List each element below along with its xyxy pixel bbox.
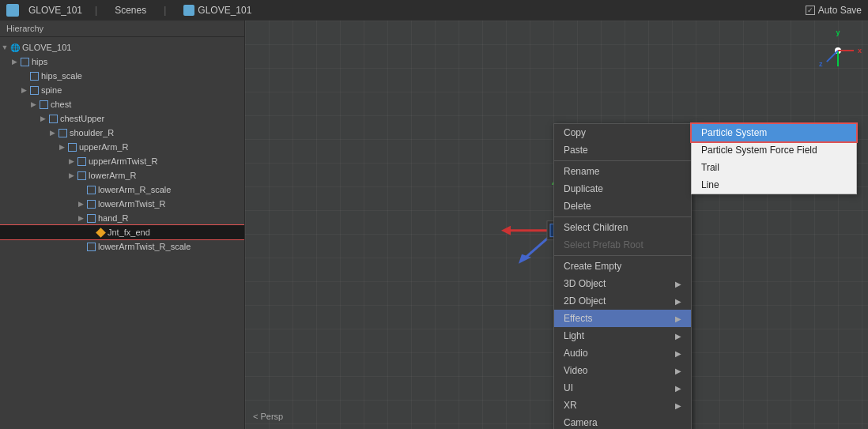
tree-item[interactable]: ▶lowerArm_R (0, 168, 244, 183)
tree-item[interactable]: ▶lowerArmTwist_R (0, 197, 244, 211)
scene-tab[interactable]: GLOVE_101 (179, 0, 256, 21)
tree-item-label: GLOVE_101 (22, 43, 71, 52)
menu-item-3d-object[interactable]: 3D Object▶ (554, 275, 691, 292)
submenu-item-particle-system[interactable]: Particle System (692, 124, 856, 141)
menu-item-label: 3D Object (564, 278, 606, 289)
tree-item-label: upperArm_R (79, 142, 128, 152)
menu-arrow-icon: ▶ (675, 280, 681, 288)
tree-node-icon (76, 156, 87, 167)
tree-item-label: lowerArm_R_scale (98, 185, 171, 194)
tree-node-icon (28, 85, 40, 96)
menu-item-light[interactable]: Light▶ (554, 327, 691, 344)
gizmo-y-label: y (836, 28, 840, 36)
tree-node-icon (28, 70, 40, 81)
tree-item[interactable]: hips_scale (0, 69, 244, 83)
menu-item-effects[interactable]: Effects▶ (554, 310, 691, 327)
tree-node-icon (85, 241, 96, 252)
tree-item-label: chestUpper (60, 114, 104, 123)
menu-item-label: Delete (564, 201, 591, 212)
app-logo (6, 4, 19, 17)
tree-item[interactable]: ▶upperArmTwist_R (0, 154, 244, 168)
tree-item-label: lowerArmTwist_R (98, 199, 166, 209)
tree-item[interactable]: ▶hand_R (0, 211, 244, 225)
tab-separator: | (164, 5, 166, 16)
tree-item[interactable]: ▶hips (0, 55, 244, 69)
submenu-item-label: Particle System Force Field (701, 145, 817, 156)
gizmo-y-axis (837, 51, 839, 66)
submenu-item-line[interactable]: Line (692, 176, 856, 194)
tree-item-label: hand_R (98, 213, 129, 223)
tree-item[interactable]: Jnt_fx_end (0, 225, 244, 239)
tab-icon (183, 5, 194, 16)
tree-item[interactable]: ▶chestUpper (0, 111, 244, 126)
menu-item-label: Rename (564, 166, 599, 177)
tree-arrow-icon: ▶ (76, 214, 85, 222)
tree-item[interactable]: ▶upperArm_R (0, 140, 244, 154)
tree-item[interactable]: ▶spine (0, 83, 244, 97)
menu-item-ui[interactable]: UI▶ (554, 379, 691, 397)
tree-item-label: hips_scale (41, 71, 82, 81)
svg-marker-3 (501, 225, 511, 235)
tree-item[interactable]: ▶chest (0, 97, 244, 111)
tree-item-label: lowerArmTwist_R_scale (98, 242, 191, 251)
menu-item-paste[interactable]: Paste (554, 141, 691, 159)
viewport-gizmo[interactable]: y x z (814, 27, 862, 74)
tree-item[interactable]: ▼🌐GLOVE_101 (0, 40, 244, 55)
tree-node-icon (85, 213, 96, 224)
autosave-label: Auto Save (818, 5, 862, 16)
tree-item-label: Jnt_fx_end (108, 228, 150, 237)
menu-item-xr[interactable]: XR▶ (554, 397, 691, 414)
submenu-item-trail[interactable]: Trail (692, 159, 856, 176)
menu-item-select-prefab-root: Select Prefab Root (554, 236, 691, 254)
tree-arrow-icon: ▶ (19, 86, 28, 94)
tree-node-icon (47, 113, 58, 124)
tree-item-label: shoulder_R (70, 128, 114, 137)
menu-separator (554, 255, 691, 256)
menu-item-label: Camera (564, 417, 598, 428)
gizmo-x-axis (838, 50, 854, 51)
menu-item-2d-object[interactable]: 2D Object▶ (554, 292, 691, 310)
hierarchy-header: Hierarchy (0, 21, 244, 37)
viewport[interactable]: y x z (245, 21, 868, 429)
menu-separator (554, 216, 691, 217)
menu-item-label: XR (564, 400, 577, 411)
menu-item-copy[interactable]: Copy (554, 124, 691, 141)
tree-node-icon (66, 141, 77, 152)
tree-arrow-icon: ▶ (28, 100, 38, 108)
submenu-item-particle-system-force-field[interactable]: Particle System Force Field (692, 141, 856, 159)
menu-item-label: Select Children (564, 222, 628, 233)
gizmo-z-label: z (819, 60, 823, 68)
menu-item-rename[interactable]: Rename (554, 163, 691, 180)
tree-item[interactable]: lowerArm_R_scale (0, 183, 244, 197)
menu-item-label: Effects (564, 313, 592, 324)
tree-arrow-icon: ▶ (66, 157, 76, 165)
autosave-checkbox[interactable]: ✓ (806, 6, 815, 15)
scenes-tab[interactable]: Scenes (110, 0, 151, 21)
menu-item-camera[interactable]: Camera (554, 414, 691, 429)
menu-item-delete[interactable]: Delete (554, 198, 691, 215)
menu-item-label: UI (564, 382, 573, 393)
submenu-effects: Particle SystemParticle System Force Fie… (691, 123, 857, 194)
tree-item[interactable]: ▶shoulder_R (0, 126, 244, 140)
tree-arrow-icon: ▶ (47, 129, 57, 137)
top-bar: GLOVE_101 | Scenes | GLOVE_101 ✓ Auto Sa… (0, 0, 868, 21)
menu-item-label: Paste (564, 145, 588, 156)
tree-node-icon (19, 56, 30, 67)
menu-separator (554, 160, 691, 161)
menu-item-create-empty[interactable]: Create Empty (554, 258, 691, 275)
menu-arrow-icon: ▶ (675, 332, 681, 341)
menu-item-video[interactable]: Video▶ (554, 362, 691, 379)
menu-arrow-icon: ▶ (675, 349, 681, 358)
menu-item-audio[interactable]: Audio▶ (554, 344, 691, 362)
tree-arrow-icon: ▶ (38, 115, 47, 122)
scenes-label: Scenes (115, 5, 146, 16)
tree-arrow-icon: ▶ (9, 58, 19, 66)
hierarchy-tree[interactable]: ▼🌐GLOVE_101▶hipships_scale▶spine▶chest▶c… (0, 37, 244, 427)
menu-item-label: Audio (564, 348, 588, 359)
menu-item-label: 2D Object (564, 295, 606, 307)
persp-label: < Persp (253, 412, 283, 421)
menu-item-select-children[interactable]: Select Children (554, 219, 691, 236)
menu-item-duplicate[interactable]: Duplicate (554, 180, 691, 198)
menu-item-label: Select Prefab Root (564, 239, 643, 250)
tree-item[interactable]: lowerArmTwist_R_scale (0, 239, 244, 254)
